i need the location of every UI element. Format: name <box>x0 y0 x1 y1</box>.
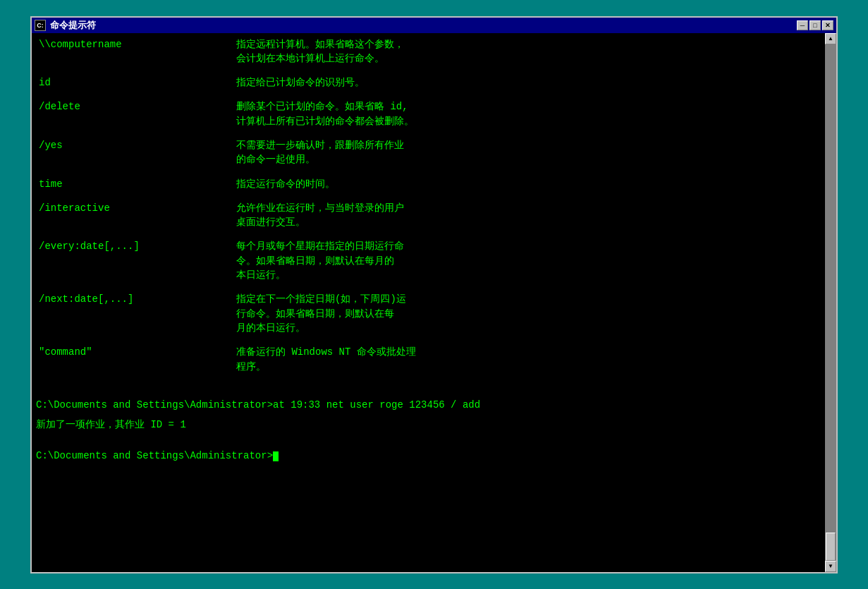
blank-row <box>36 231 821 238</box>
window-icon: C: <box>35 20 46 31</box>
title-bar-buttons: ─ □ ✕ <box>797 20 833 30</box>
table-row: /interactive 允许作业在运行时，与当时登录的用户桌面进行交互。 <box>36 200 821 231</box>
desc-cell: 准备运行的 Windows NT 命令或批处理程序。 <box>233 344 821 375</box>
desc-cell: 每个月或每个星期在指定的日期运行命令。如果省略日期，则默认在每月的本日运行。 <box>233 238 821 284</box>
table-row: \\computername 指定远程计算机。如果省略这个参数，会计划在本地计算… <box>36 36 821 68</box>
desc-cell: 指定在下一个指定日期(如，下周四)运行命令。如果省略日期，则默认在每月的本日运行… <box>233 291 821 336</box>
param-cell: /yes <box>36 137 233 169</box>
param-cell: \\computername <box>36 36 233 68</box>
table-row: time 指定运行命令的时间。 <box>36 176 821 193</box>
blank-row <box>36 284 821 291</box>
terminal-content[interactable]: \\computername 指定远程计算机。如果省略这个参数，会计划在本地计算… <box>32 33 825 572</box>
desc-cell: 指定给已计划命令的识别号。 <box>233 74 821 91</box>
close-button[interactable]: ✕ <box>822 20 833 30</box>
param-cell: /next:date[,...] <box>36 291 233 336</box>
command-table: \\computername 指定远程计算机。如果省略这个参数，会计划在本地计算… <box>36 36 821 375</box>
table-row: /next:date[,...] 指定在下一个指定日期(如，下周四)运行命令。如… <box>36 291 821 336</box>
scroll-down-button[interactable]: ▼ <box>825 561 836 572</box>
desc-cell: 指定远程计算机。如果省略这个参数，会计划在本地计算机上运行命令。 <box>233 36 821 68</box>
terminal-container: \\computername 指定远程计算机。如果省略这个参数，会计划在本地计算… <box>32 33 836 572</box>
current-prompt: C:\Documents and Settings\Administrator> <box>36 449 821 463</box>
desc-cell: 删除某个已计划的命令。如果省略 id,计算机上所有已计划的命令都会被删除。 <box>233 98 821 130</box>
response-text: 新加了一项作业，其作业 ID = 1 <box>36 419 186 430</box>
cursor <box>273 451 279 461</box>
command-line: C:\Documents and Settings\Administrator>… <box>36 398 821 412</box>
scroll-thumb[interactable] <box>826 533 836 561</box>
spacer <box>36 375 821 392</box>
blank-row <box>36 130 821 137</box>
desc-cell: 允许作业在运行时，与当时登录的用户桌面进行交互。 <box>233 200 821 231</box>
maximize-button[interactable]: □ <box>809 20 821 30</box>
scroll-up-button[interactable]: ▲ <box>825 33 836 44</box>
table-row: /yes 不需要进一步确认时，跟删除所有作业的命令一起使用。 <box>36 137 821 169</box>
param-cell: "command" <box>36 344 233 375</box>
blank-row <box>36 169 821 176</box>
spacer2 <box>36 432 821 443</box>
param-cell: id <box>36 74 233 91</box>
desc-cell: 不需要进一步确认时，跟删除所有作业的命令一起使用。 <box>233 137 821 169</box>
blank-row <box>36 91 821 98</box>
table-row: id 指定给已计划命令的识别号。 <box>36 74 821 91</box>
prompt-text: C:\Documents and Settings\Administrator> <box>36 450 273 461</box>
param-cell: /delete <box>36 98 233 130</box>
desc-cell: 指定运行命令的时间。 <box>233 176 821 193</box>
param-cell: /interactive <box>36 200 233 231</box>
blank-row <box>36 67 821 74</box>
table-row: /every:date[,...] 每个月或每个星期在指定的日期运行命令。如果省… <box>36 238 821 284</box>
param-cell: /every:date[,...] <box>36 238 233 284</box>
table-row: /delete 删除某个已计划的命令。如果省略 id,计算机上所有已计划的命令都… <box>36 98 821 130</box>
minimize-button[interactable]: ─ <box>797 20 808 30</box>
table-row: "command" 准备运行的 Windows NT 命令或批处理程序。 <box>36 344 821 375</box>
scrollbar[interactable]: ▲ ▼ <box>825 33 836 572</box>
title-bar-text: C: 命令提示符 <box>35 19 96 32</box>
param-cell: time <box>36 176 233 193</box>
command-text: C:\Documents and Settings\Administrator>… <box>36 399 480 411</box>
title-bar: C: 命令提示符 ─ □ ✕ <box>32 18 836 33</box>
response-line: 新加了一项作业，其作业 ID = 1 <box>36 418 821 432</box>
blank-row <box>36 193 821 200</box>
window-title: 命令提示符 <box>50 19 96 32</box>
scroll-track[interactable] <box>825 44 836 561</box>
blank-row <box>36 336 821 344</box>
cmd-window: C: 命令提示符 ─ □ ✕ \\computername 指定远程计算机。如果… <box>30 16 838 573</box>
